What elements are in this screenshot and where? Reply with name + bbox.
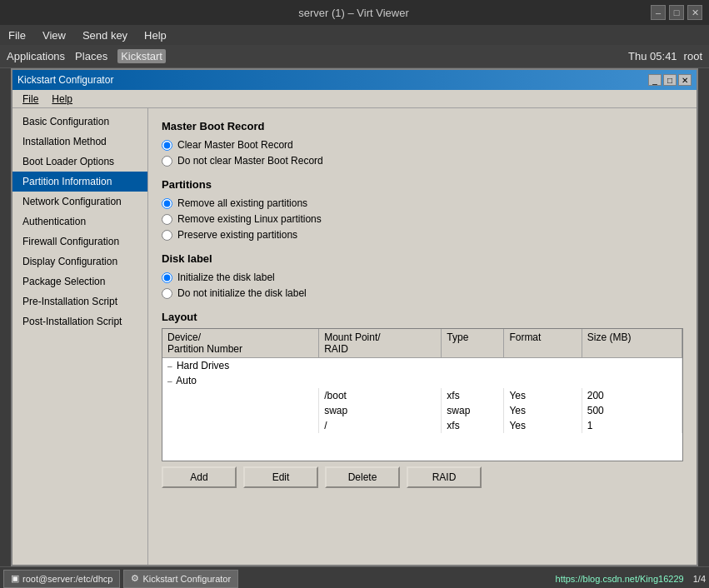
layout-table-header: Device/Partition Number Mount Point/RAID… — [162, 329, 682, 358]
dialog-maximize-button[interactable]: □ — [663, 74, 677, 86]
sidebar-item-network-configuration[interactable]: Network Configuration — [12, 192, 147, 212]
col-type: Type — [442, 329, 504, 358]
edit-button[interactable]: Edit — [243, 466, 318, 488]
outer-window-controls: – □ ✕ — [651, 5, 702, 20]
taskbar-user: root — [684, 50, 702, 62]
sidebar-item-boot-loader-options[interactable]: Boot Loader Options — [12, 152, 147, 172]
disk-noinit-radio[interactable] — [162, 288, 172, 299]
sidebar-item-installation-method[interactable]: Installation Method — [12, 132, 147, 152]
table-row[interactable]: /bootxfsYes200 — [162, 388, 682, 403]
taskbar-kickstart-item[interactable]: ⚙ Kickstart Configurator — [123, 570, 238, 588]
mbr-noclear-label: Do not clear Master Boot Record — [177, 155, 323, 167]
partition-removeall-radio[interactable] — [162, 198, 172, 209]
mbr-noclear-radio[interactable] — [162, 156, 172, 167]
outer-menu-file[interactable]: File — [3, 29, 31, 42]
kickstart-dialog: Kickstart Configurator _ □ ✕ File Help B… — [11, 68, 698, 566]
sidebar-item-firewall-configuration[interactable]: Firewall Configuration — [12, 232, 147, 252]
taskbar-terminal[interactable]: ▣ root@server:/etc/dhcp — [3, 570, 120, 588]
taskbar-right: Thu 05:41 root — [628, 50, 702, 62]
sidebar-item-display-configuration[interactable]: Display Configuration — [12, 252, 147, 272]
disk-init-label: Initialize the disk label — [177, 272, 275, 283]
col-device: Device/Partition Number — [162, 329, 319, 358]
table-row[interactable]: /xfsYes1 — [162, 418, 682, 433]
partition-preserve-radio[interactable] — [162, 230, 172, 241]
disk-label-option-init: Initialize the disk label — [162, 272, 683, 283]
sidebar-item-basic-configuration[interactable]: Basic Configuration — [12, 112, 147, 132]
col-format: Format — [504, 329, 582, 358]
sidebar-item-package-selection[interactable]: Package Selection — [12, 272, 147, 292]
layout-title: Layout — [162, 311, 683, 323]
outer-menu-view[interactable]: View — [37, 29, 71, 42]
dialog-minimize-button[interactable]: _ — [648, 74, 662, 86]
disk-label-title: Disk label — [162, 252, 683, 265]
layout-table: Device/Partition Number Mount Point/RAID… — [162, 329, 682, 433]
dialog-titlebar: Kickstart Configurator _ □ ✕ — [12, 70, 697, 90]
partition-option-preserve: Preserve existing partitions — [162, 229, 683, 241]
outer-minimize-button[interactable]: – — [651, 5, 666, 20]
layout-button-row: Add Edit Delete RAID — [162, 466, 683, 488]
sidebar: Basic ConfigurationInstallation MethodBo… — [12, 108, 148, 565]
add-button[interactable]: Add — [162, 466, 237, 488]
taskbar-kickstart[interactable]: Kickstart — [117, 49, 166, 63]
outer-menu-sendkey[interactable]: Send key — [77, 29, 132, 42]
outer-menu-help[interactable]: Help — [139, 29, 172, 42]
taskbar-left: Applications Places Kickstart — [7, 49, 620, 63]
disk-label-section: Disk label Initialize the disk label Do … — [162, 252, 683, 299]
taskbar-places[interactable]: Places — [75, 50, 107, 62]
disk-noinit-label: Do not initialize the disk label — [177, 287, 307, 299]
partition-removelinux-radio[interactable] — [162, 214, 172, 225]
sidebar-item-authentication[interactable]: Authentication — [12, 212, 147, 232]
disk-init-radio[interactable] — [162, 272, 172, 283]
main-panel: Master Boot Record Clear Master Boot Rec… — [148, 108, 697, 565]
partitions-title: Partitions — [162, 178, 683, 191]
col-mount: Mount Point/RAID — [319, 329, 442, 358]
page-indicator: 1/4 — [693, 574, 706, 584]
table-row[interactable]: swapswapYes500 — [162, 403, 682, 418]
partition-option-removeall: Remove all existing partitions — [162, 197, 683, 209]
dialog-close-button[interactable]: ✕ — [678, 74, 692, 86]
terminal-icon: ▣ — [11, 573, 19, 584]
partition-preserve-label: Preserve existing partitions — [177, 229, 297, 241]
outer-menu-bar: File View Send key Help — [0, 25, 709, 45]
kickstart-taskbar-label: Kickstart Configurator — [142, 574, 231, 584]
dialog-menu-help[interactable]: Help — [45, 92, 79, 107]
sidebar-item-post-installation-script[interactable]: Post-Installation Script — [12, 311, 147, 331]
outer-maximize-button[interactable]: □ — [669, 5, 684, 20]
dialog-body: Basic ConfigurationInstallation MethodBo… — [12, 108, 697, 565]
outer-title-bar: server (1) – Virt Viewer – □ ✕ — [0, 0, 709, 25]
table-row[interactable]: – Hard Drives — [162, 358, 682, 374]
master-boot-record-section: Master Boot Record Clear Master Boot Rec… — [162, 120, 683, 167]
bottom-taskbar: ▣ root@server:/etc/dhcp ⚙ Kickstart Conf… — [0, 566, 709, 588]
master-boot-record-title: Master Boot Record — [162, 120, 683, 132]
delete-button[interactable]: Delete — [325, 466, 400, 488]
col-size: Size (MB) — [582, 329, 682, 358]
partition-removeall-label: Remove all existing partitions — [177, 197, 307, 209]
dialog-title-buttons: _ □ ✕ — [648, 74, 692, 86]
table-row[interactable]: – Auto — [162, 373, 682, 388]
kickstart-taskbar-icon: ⚙ — [131, 573, 139, 584]
outer-close-button[interactable]: ✕ — [687, 5, 702, 20]
terminal-label: root@server:/etc/dhcp — [22, 574, 112, 584]
dialog-menu-file[interactable]: File — [16, 92, 45, 107]
taskbar-applications[interactable]: Applications — [7, 50, 65, 62]
partition-option-removelinux: Remove existing Linux partitions — [162, 213, 683, 225]
layout-section: Layout Device/Partition Number Mount Poi… — [162, 311, 683, 488]
desktop-taskbar: Applications Places Kickstart Thu 05:41 … — [0, 45, 709, 68]
partitions-section: Partitions Remove all existing partition… — [162, 178, 683, 241]
dialog-menu-bar: File Help — [12, 90, 697, 108]
bottom-url: https://blog.csdn.net/King16229 1/4 — [556, 574, 706, 584]
mbr-clear-radio[interactable] — [162, 140, 172, 151]
raid-button[interactable]: RAID — [407, 466, 482, 488]
layout-table-wrapper: Device/Partition Number Mount Point/RAID… — [162, 328, 683, 461]
dialog-title: Kickstart Configurator — [17, 74, 113, 86]
disk-label-option-noinit: Do not initialize the disk label — [162, 287, 683, 299]
taskbar-time: Thu 05:41 — [628, 50, 677, 62]
mbr-option-clear: Clear Master Boot Record — [162, 139, 683, 151]
partition-removelinux-label: Remove existing Linux partitions — [177, 213, 322, 225]
outer-window-title: server (1) – Virt Viewer — [57, 7, 651, 19]
mbr-clear-label: Clear Master Boot Record — [177, 139, 293, 151]
url-text: https://blog.csdn.net/King16229 — [556, 574, 684, 584]
mbr-option-noclear: Do not clear Master Boot Record — [162, 155, 683, 167]
sidebar-item-partition-information[interactable]: Partition Information — [12, 172, 147, 192]
sidebar-item-pre-installation-script[interactable]: Pre-Installation Script — [12, 292, 147, 311]
